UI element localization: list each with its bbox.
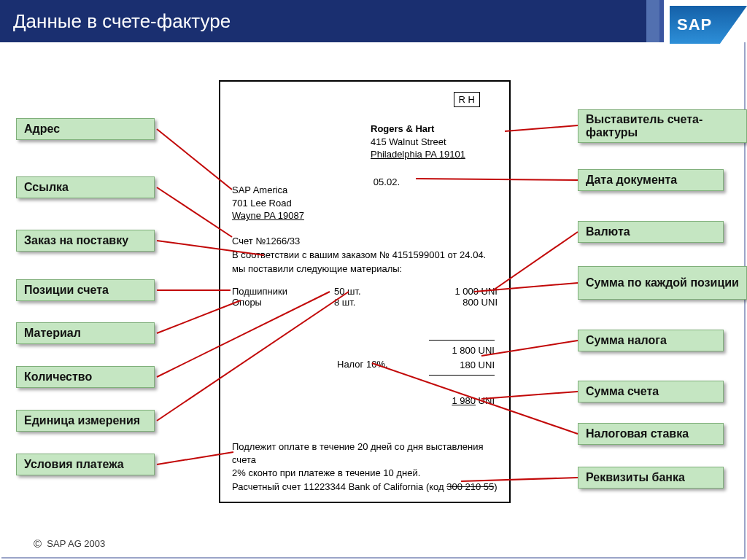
invoice-code: R H xyxy=(454,92,480,107)
shipto-name: SAP America xyxy=(232,184,304,197)
label-currency: Валюта xyxy=(578,221,724,243)
item-row: Подшипники 50 шт. 1 000 UNI xyxy=(232,286,498,297)
terms-line1: Подлежит оплате в течение 20 дней со дня… xyxy=(232,440,498,467)
label-quantity: Количество xyxy=(16,366,155,388)
invoice-vendor-block: Rogers & Hart 415 Walnut Street Philadel… xyxy=(371,122,495,161)
vendor-city: Philadelphia PA 19101 xyxy=(371,148,495,161)
item-amount: 1 000 UNI xyxy=(392,286,498,297)
terms-line2: 2% сконто при платеже в течение 10 дней. xyxy=(232,467,498,480)
item-qty: 8 шт. xyxy=(334,297,392,308)
vendor-name: Rogers & Hart xyxy=(371,122,495,136)
bank-code: 300 210 55 xyxy=(446,481,494,492)
label-doc-date: Дата документа xyxy=(578,169,724,191)
page-title: Данные в счете-фактуре xyxy=(13,10,231,33)
item-row: Опоры 8 шт. 800 UNI xyxy=(232,297,498,308)
decorative-stripe xyxy=(646,0,664,42)
invoice-items: Подшипники 50 шт. 1 000 UNI Опоры 8 шт. … xyxy=(232,286,498,308)
invoice-grand-total: 1 980 UNI xyxy=(452,395,495,406)
invoice-ref: Счет №1266/33 xyxy=(232,235,498,249)
item-material: Опоры xyxy=(232,297,334,308)
item-material: Подшипники xyxy=(232,286,334,297)
invoice-subtotal: 1 800 UNI xyxy=(429,343,495,358)
item-qty: 50 шт. xyxy=(334,286,392,297)
copyright-icon: © xyxy=(34,537,42,550)
vendor-street: 415 Walnut Street xyxy=(371,136,495,149)
label-per-item-amount: Сумма по каждой позиции xyxy=(578,266,747,300)
title-bar: Данные в счете-фактуре xyxy=(0,0,747,42)
footer-copyright: © SAP AG 2003 xyxy=(34,537,105,550)
label-invoice-items: Позиции счета xyxy=(16,279,155,301)
invoice-tax-value: 180 UNI xyxy=(429,358,495,373)
label-purchase-order: Заказ на поставку xyxy=(16,230,155,252)
label-issuer: Выставитель счета-фактуры xyxy=(578,109,747,143)
label-tax-amount: Сумма налога xyxy=(578,330,724,351)
bank-line: Расчетный счет 11223344 Bank of Californ… xyxy=(232,481,498,494)
sap-logo: SAP xyxy=(670,6,747,44)
label-bank-details: Реквизиты банка xyxy=(578,467,724,489)
grand-total-value: 1 980 xyxy=(452,395,476,406)
invoice-po-line: В соответствии с вашим заказом № 4151599… xyxy=(232,249,498,276)
item-amount: 800 UNI xyxy=(392,297,498,308)
invoice-ref-block: Счет №1266/33 В соответствии с вашим зак… xyxy=(232,235,498,276)
invoice-date: 05.02. xyxy=(374,176,400,187)
grand-total-currency: UNI xyxy=(479,395,495,406)
label-payment-terms: Условия платежа xyxy=(16,454,155,475)
label-uom: Единица измерения xyxy=(16,410,155,432)
invoice-shipto: SAP America 701 Lee Road Wayne PA 19087 xyxy=(232,184,304,222)
label-tax-rate: Налоговая ставка xyxy=(578,423,724,445)
shipto-street: 701 Lee Road xyxy=(232,197,304,210)
invoice-document: R H Rogers & Hart 415 Walnut Street Phil… xyxy=(219,80,511,503)
label-material: Материал xyxy=(16,322,155,344)
label-address: Адрес xyxy=(16,118,155,140)
invoice-tax-label: Налог 10%. xyxy=(337,359,388,370)
shipto-city: Wayne PA 19087 xyxy=(232,209,304,222)
label-reference: Ссылка xyxy=(16,176,155,198)
invoice-terms: Подлежит оплате в течение 20 дней со дня… xyxy=(232,440,498,494)
label-invoice-amount: Сумма счета xyxy=(578,381,724,402)
invoice-totals: 1 800 UNI 180 UNI xyxy=(429,337,495,378)
